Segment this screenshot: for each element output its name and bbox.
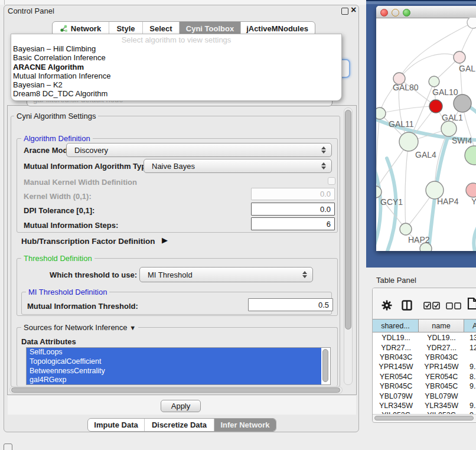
mi-threshold-field[interactable]: 0.5 — [248, 298, 333, 311]
network-node[interactable] — [454, 94, 471, 112]
columns-icon[interactable] — [402, 300, 412, 311]
dpi-tolerance-label: DPI Tolerance [0,1]: — [24, 206, 94, 215]
aracne-mode-value: Discovery — [67, 146, 321, 155]
table-row[interactable]: YDL19... YDL19... 13 — [373, 333, 476, 343]
control-panel-title: Control Panel — [8, 6, 54, 15]
table-row[interactable]: YBR045C YBR045C 9. — [373, 381, 476, 391]
stepper-arrows-icon — [321, 146, 326, 154]
node-label: GAL80 — [393, 83, 419, 92]
column-header-name[interactable]: name — [419, 319, 464, 332]
app-root: Control Panel × Network Style Select Cyn… — [0, 0, 476, 450]
network-node[interactable] — [454, 51, 465, 63]
network-window-titlebar[interactable] — [376, 6, 476, 18]
list-item-selfloops[interactable]: SelfLoops — [27, 348, 321, 357]
expand-down-icon[interactable]: ▼ — [129, 324, 136, 331]
node-label: GAL1 — [442, 113, 463, 122]
node-label: GAL10 — [432, 87, 458, 97]
gear-icon[interactable] — [381, 299, 393, 311]
minimize-traffic-button[interactable] — [392, 9, 399, 17]
node-label: GAL4 — [415, 150, 436, 159]
node-label: HAP4 — [437, 197, 459, 206]
table-row[interactable]: YER054C YER054C 8. — [373, 372, 476, 381]
mi-threshold-label: Mutual Information Threshold: — [27, 302, 138, 311]
tab-infer-network[interactable]: Infer Network — [214, 419, 276, 431]
mi-type-combo[interactable]: Naive Bayes — [144, 159, 332, 173]
node-label: GAL — [459, 64, 475, 73]
menu-item-aracne[interactable]: ARACNE Algorithm — [11, 63, 341, 71]
list-item-topologicalcoefficient[interactable]: TopologicalCoefficient — [27, 357, 321, 367]
apply-button[interactable]: Apply — [161, 400, 201, 412]
list-item-gal4rgexp[interactable]: gal4RGexp — [27, 376, 321, 385]
which-threshold-label: Which threshold to use: — [50, 270, 137, 279]
which-threshold-combo[interactable]: MI Threshold — [139, 267, 313, 282]
table-hscrollbar-thumb[interactable] — [374, 416, 474, 420]
menu-item-bayesian-hill-climbing[interactable]: Bayesian – Hill Climbing — [11, 44, 341, 53]
node-label: GAL11 — [389, 119, 414, 129]
node-label: Y — [471, 197, 476, 206]
network-node-selected[interactable] — [429, 100, 442, 113]
dpi-tolerance-field[interactable]: 0.0 — [251, 203, 335, 216]
network-node[interactable] — [429, 76, 439, 87]
zoom-traffic-button[interactable] — [403, 9, 410, 17]
mi-steps-field[interactable]: 6 — [251, 217, 335, 230]
horizontal-scrollbar-thumb[interactable] — [11, 387, 340, 393]
cyni-settings-group-title: Cyni Algorithm Settings — [14, 112, 98, 120]
table-row[interactable]: YDR27... YDR27... 12 — [373, 343, 476, 352]
bottom-tabbar: Impute Data Discretize Data Infer Networ… — [87, 418, 276, 432]
deselect-all-columns-icon[interactable] — [446, 302, 461, 309]
top-strip-divider — [4, 0, 5, 5]
column-header-shared-name[interactable]: shared... — [373, 319, 419, 332]
node-label: SWI4 — [452, 136, 472, 145]
table-row[interactable]: YBL079W YBL079W — [373, 391, 476, 400]
tab-impute-data[interactable]: Impute Data — [88, 419, 145, 431]
aracne-mode-combo[interactable]: Discovery — [66, 143, 332, 157]
mi-threshold-group-title: MI Threshold Definition — [26, 288, 109, 296]
close-traffic-button[interactable] — [380, 9, 388, 17]
network-node[interactable] — [441, 121, 457, 136]
node-label: HAP2 — [408, 235, 430, 244]
network-node[interactable] — [466, 183, 476, 197]
tab-discretize-data[interactable]: Discretize Data — [145, 419, 214, 431]
table-body: YDL19... YDL19... 13 YDR27... YDR27... 1… — [373, 333, 476, 414]
column-header-partial[interactable]: A — [464, 319, 476, 332]
table-panel-title: Table Panel — [376, 276, 416, 285]
sources-group-title: Sources for Network Inference ▼ — [21, 323, 138, 332]
table-row[interactable]: YPR145W YPR145W 9. — [373, 362, 476, 371]
top-strip — [0, 0, 366, 5]
menu-item-bayesian-k2[interactable]: Bayesian – K2 — [11, 80, 341, 89]
mi-type-value: Naive Bayes — [144, 162, 321, 171]
network-node[interactable] — [465, 146, 476, 165]
network-canvas[interactable]: GAL GAL80 GAL10 GAL11 GAL1 SWI4 GAL4 GCY… — [376, 18, 476, 251]
menu-item-mutual-information[interactable]: Mutual Information Inference — [11, 71, 341, 80]
tab-network-label: Network — [71, 24, 101, 33]
hub-section-label: Hub/Transcription Factor Definition — [21, 237, 155, 246]
list-item-betweennesscentrality[interactable]: BetweennessCentrality — [27, 367, 321, 376]
menu-item-dream8[interactable]: Dream8 DC_TDC Algorithm — [11, 89, 341, 98]
algorithm-definition-title: Algorithm Definition — [21, 134, 93, 143]
collapse-right-icon[interactable]: ▶ — [162, 236, 168, 244]
new-table-icon[interactable] — [467, 297, 476, 310]
network-node[interactable] — [467, 18, 476, 28]
table-header-row: shared... name A — [373, 319, 476, 332]
node-label: GCY1 — [380, 197, 403, 207]
network-node[interactable] — [399, 132, 418, 151]
vertical-scrollbar-thumb[interactable] — [345, 110, 351, 330]
network-node[interactable] — [400, 223, 412, 235]
menu-item-basic-correlation[interactable]: Basic Correlation Inference — [11, 53, 341, 62]
manual-kernel-checkbox[interactable] — [328, 177, 335, 185]
dropdown-hint: Select algorithm to view settings — [11, 34, 341, 44]
kernel-width-label: Kernel Width (0,1): — [24, 192, 92, 201]
table-toolbar — [373, 288, 476, 319]
network-node[interactable] — [376, 107, 386, 119]
select-all-columns-icon[interactable] — [423, 302, 440, 309]
kernel-width-field: 0.0 — [251, 188, 335, 200]
algorithm-dropdown-menu: Select algorithm to view settings Bayesi… — [11, 34, 342, 101]
table-hscrollbar-track[interactable] — [373, 414, 476, 422]
corner-grip-icon[interactable] — [4, 444, 12, 450]
list-scrollbar[interactable] — [322, 349, 328, 382]
float-icon[interactable] — [341, 8, 348, 15]
stepper-arrows-icon — [321, 162, 326, 169]
table-row[interactable]: YLR345W YLR345W 9. — [373, 401, 476, 410]
table-row[interactable]: YBR043C YBR043C — [373, 353, 476, 362]
close-icon[interactable]: × — [351, 5, 356, 15]
